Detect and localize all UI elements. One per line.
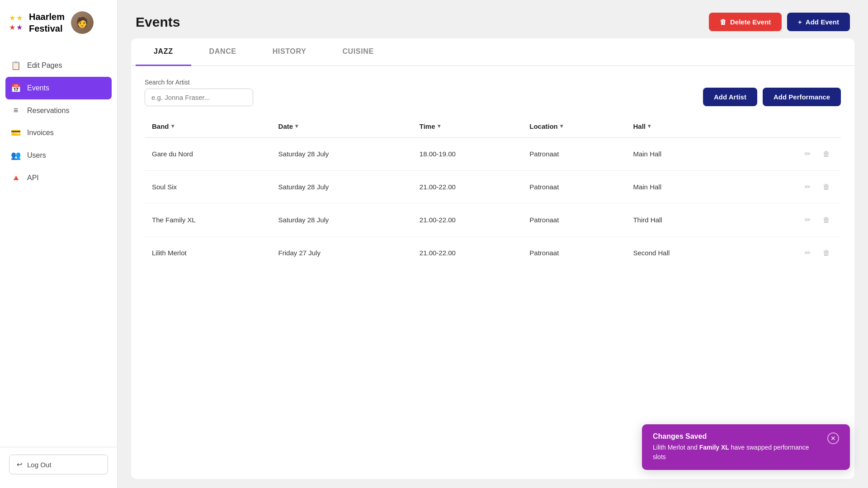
cell-location: Patronaat <box>522 137 626 170</box>
cell-time: 18.00-19.00 <box>412 137 522 170</box>
date-sort-icon: ▾ <box>295 123 298 129</box>
col-actions <box>737 117 841 138</box>
row-actions: ✏ 🗑 <box>744 180 834 194</box>
avatar: 🧑 <box>71 11 94 34</box>
search-input[interactable] <box>145 89 253 106</box>
cell-date: Saturday 28 July <box>271 203 412 236</box>
tab-jazz[interactable]: JAZZ <box>136 38 191 66</box>
row-actions: ✏ 🗑 <box>744 213 834 227</box>
toast-close-button[interactable]: ✕ <box>827 432 839 444</box>
tab-dance[interactable]: DANCE <box>191 38 255 66</box>
row-actions: ✏ 🗑 <box>744 246 834 260</box>
delete-row-button[interactable]: 🗑 <box>819 213 834 227</box>
add-performance-button[interactable]: Add Performance <box>763 88 841 106</box>
cell-location: Patronaat <box>522 236 626 269</box>
main-content: Events 🗑 Delete Event + Add Event JAZZ D… <box>118 0 868 488</box>
page-title: Events <box>136 14 180 30</box>
delete-row-button[interactable]: 🗑 <box>819 180 834 194</box>
edit-button[interactable]: ✏ <box>800 180 815 194</box>
logout-icon: ↩ <box>17 460 23 469</box>
cell-time: 21.00-22.00 <box>412 203 522 236</box>
sidebar-item-edit-pages[interactable]: 📋 Edit Pages <box>0 54 117 77</box>
search-group: Search for Artist <box>145 79 253 106</box>
invoices-icon: 💳 <box>11 128 21 138</box>
sidebar-item-api[interactable]: 🔺 API <box>0 167 117 189</box>
sidebar-item-events[interactable]: 📅 Events <box>5 77 112 99</box>
cell-band: Soul Six <box>145 170 271 203</box>
logo-text: Haarlem Festival <box>29 11 65 34</box>
cell-hall: Main Hall <box>626 170 736 203</box>
toast-artist2: Family XL <box>699 444 729 451</box>
logout-button[interactable]: ↩ Log Out <box>9 455 108 474</box>
cell-band: Lilith Merlot <box>145 236 271 269</box>
row-actions-cell: ✏ 🗑 <box>737 170 841 203</box>
header-actions: 🗑 Delete Event + Add Event <box>709 13 850 31</box>
add-event-button[interactable]: + Add Event <box>787 13 850 31</box>
band-sort-icon: ▾ <box>171 123 174 129</box>
row-actions: ✏ 🗑 <box>744 147 834 161</box>
table-row: Soul SixSaturday 28 July21.00-22.00Patro… <box>145 170 841 203</box>
plus-icon: + <box>798 18 802 26</box>
star-4: ★ <box>16 23 23 32</box>
cell-location: Patronaat <box>522 170 626 203</box>
cell-hall: Second Hall <box>626 236 736 269</box>
delete-row-button[interactable]: 🗑 <box>819 147 834 161</box>
toast-body: Lilith Merlot and Family XL have swapped… <box>653 443 820 462</box>
row-actions-cell: ✏ 🗑 <box>737 137 841 170</box>
reservations-icon: ≡ <box>11 106 21 115</box>
col-time[interactable]: Time ▾ <box>412 117 522 138</box>
row-actions-cell: ✏ 🗑 <box>737 236 841 269</box>
table-header: Band ▾ Date ▾ Time <box>145 117 841 138</box>
table-row: Lilith MerlotFriday 27 July21.00-22.00Pa… <box>145 236 841 269</box>
content-card: JAZZ DANCE HISTORY CUISINE Search for Ar… <box>131 38 854 479</box>
cell-band: Gare du Nord <box>145 137 271 170</box>
sidebar-item-invoices[interactable]: 💳 Invoices <box>0 122 117 144</box>
toast-notification: Changes Saved Lilith Merlot and Family X… <box>642 424 850 470</box>
toast-mid: and <box>687 444 699 451</box>
users-icon: 👥 <box>11 150 21 160</box>
sidebar-nav: 📋 Edit Pages 📅 Events ≡ Reservations 💳 I… <box>0 45 117 447</box>
col-date[interactable]: Date ▾ <box>271 117 412 138</box>
edit-button[interactable]: ✏ <box>800 246 815 260</box>
cell-time: 21.00-22.00 <box>412 236 522 269</box>
search-action-row: Search for Artist Add Artist Add Perform… <box>145 79 841 106</box>
col-location[interactable]: Location ▾ <box>522 117 626 138</box>
events-icon: 📅 <box>11 83 21 93</box>
logo-stars: ★ ★ ★ ★ <box>9 14 23 32</box>
toast-title: Changes Saved <box>653 432 820 441</box>
hall-sort-icon: ▾ <box>648 123 651 129</box>
row-actions-cell: ✏ 🗑 <box>737 203 841 236</box>
avatar-image: 🧑 <box>71 11 94 34</box>
api-icon: 🔺 <box>11 173 21 183</box>
edit-button[interactable]: ✏ <box>800 213 815 227</box>
cell-hall: Main Hall <box>626 137 736 170</box>
col-hall[interactable]: Hall ▾ <box>626 117 736 138</box>
sidebar-item-reservations[interactable]: ≡ Reservations <box>0 99 117 122</box>
cell-date: Friday 27 July <box>271 236 412 269</box>
main-header: Events 🗑 Delete Event + Add Event <box>118 0 868 38</box>
add-artist-button[interactable]: Add Artist <box>703 88 757 106</box>
cell-time: 21.00-22.00 <box>412 170 522 203</box>
delete-event-button[interactable]: 🗑 Delete Event <box>709 13 782 31</box>
tab-cuisine[interactable]: CUISINE <box>324 38 392 66</box>
cell-hall: Third Hall <box>626 203 736 236</box>
sidebar-divider <box>0 447 117 447</box>
delete-row-button[interactable]: 🗑 <box>819 246 834 260</box>
star-3: ★ <box>9 23 15 32</box>
table-action-buttons: Add Artist Add Performance <box>703 88 841 106</box>
cell-date: Saturday 28 July <box>271 137 412 170</box>
sidebar-item-users[interactable]: 👥 Users <box>0 144 117 167</box>
edit-button[interactable]: ✏ <box>800 147 815 161</box>
performances-table: Band ▾ Date ▾ Time <box>145 117 841 269</box>
table-area: Search for Artist Add Artist Add Perform… <box>131 66 854 479</box>
toast-artist1: Lilith Merlot <box>653 444 685 451</box>
star-1: ★ <box>9 14 15 22</box>
table-row: The Family XLSaturday 28 July21.00-22.00… <box>145 203 841 236</box>
cell-location: Patronaat <box>522 203 626 236</box>
trash-icon: 🗑 <box>720 18 726 26</box>
col-band[interactable]: Band ▾ <box>145 117 271 138</box>
cell-band: The Family XL <box>145 203 271 236</box>
table-row: Gare du NordSaturday 28 July18.00-19.00P… <box>145 137 841 170</box>
location-sort-icon: ▾ <box>560 123 563 129</box>
tab-history[interactable]: HISTORY <box>255 38 325 66</box>
